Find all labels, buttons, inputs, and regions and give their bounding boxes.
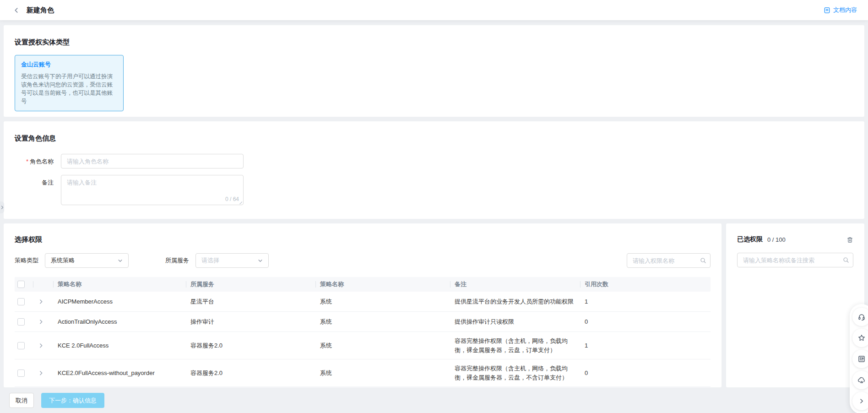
remark-textarea[interactable] — [61, 175, 244, 205]
service-placeholder: 请选择 — [201, 256, 219, 265]
column-policy-type: 策略名称 — [315, 277, 450, 292]
entity-section-title: 设置授权实体类型 — [15, 38, 853, 47]
cell-remark: 容器完整操作权限（含主机，网络，负载均衡，裸金属服务器，云盘，订单支付） — [450, 332, 580, 359]
clear-selected-button[interactable] — [846, 236, 853, 243]
policy-type-select[interactable]: 系统策略 — [45, 253, 129, 268]
document-icon — [824, 7, 830, 14]
policy-table-body: AICPMemberAccess 星流平台 系统 提供星流平台的业务开发人员所需… — [15, 292, 711, 387]
doc-content-link[interactable]: 文档内容 — [824, 6, 857, 14]
selected-permissions-panel: 已选权限 0 / 100 — [726, 223, 864, 387]
remark-char-counter: 0 / 64 — [225, 196, 239, 202]
row-checkbox[interactable] — [17, 298, 25, 305]
cell-service: 星流平台 — [186, 293, 315, 311]
column-policy-name: 策略名称 — [53, 277, 186, 292]
doc-content-label: 文档内容 — [833, 6, 857, 14]
column-remark: 备注 — [450, 277, 580, 292]
back-button[interactable] — [11, 5, 21, 15]
row-expander[interactable] — [38, 343, 43, 348]
entity-card-title: 金山云账号 — [21, 60, 117, 69]
search-icon — [843, 257, 849, 263]
cell-policy-name: KCE 2.0FullAccess — [53, 337, 186, 355]
remark-label: 备注 — [15, 175, 54, 206]
cell-policy-type: 系统 — [315, 313, 450, 331]
cancel-button[interactable]: 取消 — [9, 393, 34, 408]
cell-policy-type: 系统 — [315, 337, 450, 355]
policy-type-value: 系统策略 — [51, 256, 75, 265]
role-info-section: 设置角色信息 *角色名称 备注 0 / 64 — [4, 121, 864, 219]
expander-column — [33, 277, 53, 292]
footer-action-bar: 取消 下一步：确认信息 — [9, 393, 104, 408]
permission-search — [627, 253, 711, 268]
row-expander[interactable] — [38, 299, 43, 304]
headset-button[interactable] — [852, 308, 868, 326]
cell-remark: 提供星流平台的业务开发人员所需的功能权限 — [450, 293, 580, 311]
cell-policy-name: ActionTrailOnlyAccess — [53, 313, 186, 331]
cell-policy-type: 系统 — [315, 293, 450, 311]
table-row: AICPMemberAccess 星流平台 系统 提供星流平台的业务开发人员所需… — [15, 292, 711, 312]
trash-icon — [846, 236, 853, 243]
chevron-down-icon — [118, 258, 123, 263]
cell-policy-name: KCE2.0FullAccess-without_payorder — [53, 364, 186, 382]
required-mark: * — [26, 158, 28, 165]
page-title: 新建角色 — [27, 6, 54, 15]
select-permissions-section: 选择权限 策略类型 系统策略 所属服务 请选择 策略名称 所属服务 — [4, 223, 722, 387]
headset-icon — [857, 313, 866, 321]
news-button[interactable] — [852, 350, 868, 368]
entity-card-ksyun-account[interactable]: 金山云账号 受信云账号下的子用户可以通过扮演该角色来访问您的云资源，受信云账号可… — [15, 55, 124, 111]
role-section-title: 设置角色信息 — [15, 134, 853, 143]
chevron-right-button[interactable] — [852, 392, 868, 410]
next-step-button[interactable]: 下一步：确认信息 — [41, 393, 104, 408]
column-ref-count: 引用次数 — [580, 277, 711, 292]
news-icon — [857, 355, 866, 363]
chevron-left-icon — [13, 7, 19, 13]
row-expander[interactable] — [38, 370, 43, 375]
search-icon — [700, 257, 706, 264]
cell-ref-count: 0 — [580, 364, 711, 382]
star-button[interactable] — [852, 329, 868, 347]
service-label: 所属服务 — [165, 256, 189, 265]
chevron-right-icon — [857, 397, 866, 405]
row-expander[interactable] — [38, 319, 43, 324]
cell-service: 操作审计 — [186, 313, 315, 331]
policy-type-label: 策略类型 — [15, 256, 38, 265]
service-select[interactable]: 请选择 — [195, 253, 269, 268]
cell-service: 容器服务2.0 — [186, 337, 315, 355]
selected-panel-title: 已选权限 — [737, 235, 763, 244]
table-row: KCE2.0FullAccess-without_payorder 容器服务2.… — [15, 359, 711, 387]
cloud-bell-button[interactable] — [852, 371, 868, 389]
cell-policy-name: AICPMemberAccess — [53, 293, 186, 311]
column-service: 所属服务 — [186, 277, 315, 292]
cell-ref-count: 1 — [580, 337, 711, 355]
cell-service: 容器服务2.0 — [186, 364, 315, 382]
role-name-input[interactable] — [61, 154, 244, 168]
chevron-down-icon — [258, 258, 263, 263]
selected-search — [737, 253, 853, 267]
cell-policy-type: 系统 — [315, 364, 450, 382]
chevron-right-icon — [38, 343, 43, 348]
page-header: 新建角色 文档内容 — [0, 0, 868, 20]
permissions-section-title: 选择权限 — [15, 235, 711, 244]
chevron-right-icon — [38, 319, 43, 324]
select-all-checkbox[interactable] — [17, 281, 25, 288]
role-name-label: *角色名称 — [15, 154, 54, 168]
selected-search-input[interactable] — [737, 253, 853, 267]
policy-table: 策略名称 所属服务 策略名称 备注 引用次数 AICPMemberAccess … — [15, 277, 711, 387]
policy-table-header: 策略名称 所属服务 策略名称 备注 引用次数 — [15, 277, 711, 292]
cloud-bell-icon — [857, 376, 866, 384]
entity-type-section: 设置授权实体类型 金山云账号 受信云账号下的子用户可以通过扮演该角色来访问您的云… — [4, 25, 864, 117]
cell-ref-count: 1 — [580, 293, 711, 311]
cell-ref-count: 0 — [580, 313, 711, 331]
table-row: ActionTrailOnlyAccess 操作审计 系统 提供操作审计只读权限… — [15, 312, 711, 332]
cell-remark: 提供操作审计只读权限 — [450, 313, 580, 331]
row-checkbox[interactable] — [17, 318, 25, 326]
permission-search-input[interactable] — [627, 253, 711, 268]
row-checkbox[interactable] — [17, 342, 25, 349]
chevron-right-icon — [38, 299, 43, 304]
row-checkbox[interactable] — [17, 370, 25, 377]
star-icon — [857, 334, 866, 342]
chevron-right-icon — [38, 370, 43, 375]
left-drawer-handle[interactable] — [0, 201, 4, 213]
entity-card-description: 受信云账号下的子用户可以通过扮演该角色来访问您的云资源，受信云账号可以是当前账号… — [21, 72, 117, 106]
floating-toolbar — [850, 304, 868, 413]
cell-remark: 容器完整操作权限（含主机，网络，负载均衡，裸金属服务器，云盘，不含订单支付） — [450, 359, 580, 386]
